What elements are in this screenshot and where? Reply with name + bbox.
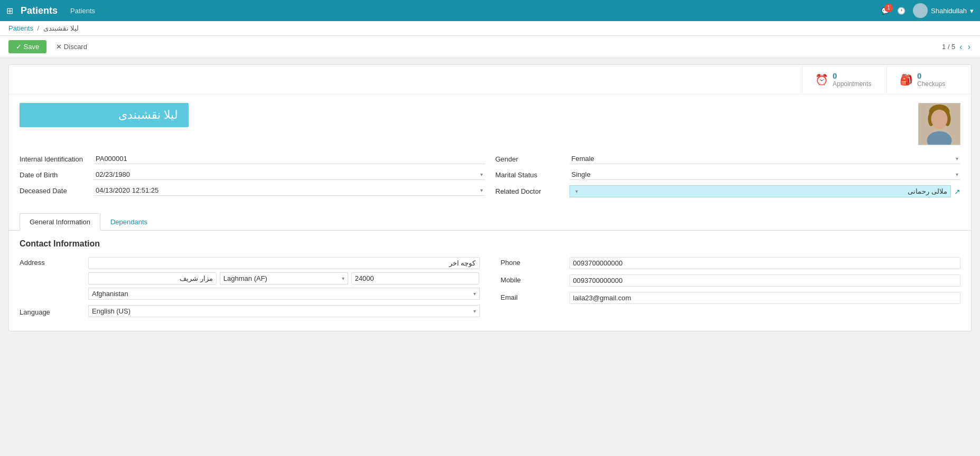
appointments-content: 0 Appointments: [833, 71, 871, 88]
doctor-row: Related Doctor ملالی رحمانی ▾ ↗: [496, 185, 961, 197]
appointments-icon: ⏰: [815, 73, 828, 86]
dob-dropdown-icon: ▾: [480, 172, 483, 177]
chat-badge: 1: [884, 4, 893, 12]
breadcrumb-parent[interactable]: Patients: [8, 24, 33, 32]
svg-point-1: [914, 13, 927, 18]
patient-fields: Internal Identification PA000001 Date of…: [9, 154, 971, 207]
gender-value: Female: [572, 155, 594, 163]
appointments-stat[interactable]: ⏰ 0 Appointments: [802, 65, 886, 94]
checkups-content: 0 Checkups: [917, 71, 945, 88]
top-nav: ⊞ Patients Patients 💬 1 🕐 Shahidullah ▾: [0, 0, 980, 21]
left-fields: Internal Identification PA000001 Date of…: [20, 154, 485, 203]
gender-dropdown-icon: ▾: [956, 156, 958, 162]
patient-header: لیلا نقشبندی: [9, 94, 971, 154]
language-dropdown-icon: ▾: [473, 308, 476, 314]
internal-id-value[interactable]: PA000001: [94, 154, 485, 164]
address-label: Address: [20, 257, 88, 267]
internal-id-row: Internal Identification PA000001: [20, 154, 485, 164]
chat-notification[interactable]: 💬 1: [881, 7, 890, 15]
address-country-value: Afghanistan: [92, 290, 473, 298]
svg-point-7: [931, 110, 947, 128]
marital-label: Marital Status: [496, 171, 570, 179]
language-row: Language English (US) ▾: [20, 305, 480, 317]
patient-name-field[interactable]: لیلا نقشبندی: [20, 103, 189, 127]
deceased-dropdown-icon: ▾: [480, 187, 483, 193]
email-input[interactable]: [570, 292, 961, 304]
checkups-icon: 🎒: [900, 73, 913, 86]
marital-value: Single: [572, 170, 591, 178]
patient-card: ⏰ 0 Appointments 🎒 0 Checkups لیلا نقشبن…: [8, 64, 972, 331]
user-dropdown-icon[interactable]: ▾: [970, 7, 974, 15]
address-fields: Laghman (AF) ▾ Afghanistan ▾: [88, 257, 480, 300]
nav-link-patients[interactable]: Patients: [70, 7, 95, 15]
tab-dependants[interactable]: Dependants: [100, 213, 157, 230]
gender-label: Gender: [496, 155, 570, 163]
internal-id-label: Internal Identification: [20, 155, 94, 163]
address-street-input[interactable]: [88, 257, 480, 269]
checkups-label: Checkups: [917, 80, 945, 88]
address-zip-input[interactable]: [351, 272, 480, 284]
email-label: Email: [501, 292, 570, 301]
appointments-count: 0: [833, 71, 871, 80]
checkups-count: 0: [917, 71, 945, 80]
clock-icon[interactable]: 🕐: [897, 7, 906, 15]
right-icons: 💬 1 🕐 Shahidullah ▾: [881, 3, 974, 18]
deceased-field[interactable]: 04/13/2020 12:51:25 ▾: [94, 185, 485, 196]
doctor-label: Related Doctor: [496, 187, 570, 195]
address-row: Address Laghman (AF) ▾: [20, 257, 480, 300]
action-bar: ✓ Save ✕ Discard 1 / 5 ‹ ›: [0, 36, 980, 58]
stats-row: ⏰ 0 Appointments 🎒 0 Checkups: [9, 65, 971, 94]
discard-button[interactable]: ✕ Discard: [51, 40, 92, 53]
doctor-field[interactable]: ملالی رحمانی ▾: [570, 185, 951, 197]
doctor-external-link-icon[interactable]: ↗: [954, 187, 960, 196]
dob-label: Date of Birth: [20, 171, 94, 179]
breadcrumb-separator: /: [38, 24, 40, 32]
contact-fields: Address Laghman (AF) ▾: [20, 257, 960, 322]
pagination-count: 1 / 5: [942, 43, 955, 51]
address-row-2: Laghman (AF) ▾: [88, 272, 480, 284]
marital-dropdown-icon: ▾: [956, 172, 958, 177]
breadcrumb-current: لیلا نقشبندی: [43, 24, 79, 32]
mobile-label: Mobile: [501, 274, 570, 284]
marital-row: Marital Status Single ▾: [496, 169, 961, 180]
deceased-label: Deceased Date: [20, 187, 94, 195]
address-country-dropdown-icon: ▾: [473, 291, 476, 297]
checkups-stat[interactable]: 🎒 0 Checkups: [886, 65, 971, 94]
deceased-row: Deceased Date 04/13/2020 12:51:25 ▾: [20, 185, 485, 196]
doctor-value: ملالی رحمانی: [908, 187, 947, 195]
phone-label: Phone: [501, 257, 570, 267]
prev-page-button[interactable]: ‹: [958, 41, 963, 53]
next-page-button[interactable]: ›: [967, 41, 972, 53]
gender-field[interactable]: Female ▾: [570, 154, 961, 164]
gender-row: Gender Female ▾: [496, 154, 961, 164]
mobile-input[interactable]: [570, 274, 961, 287]
avatar: [913, 3, 928, 18]
contact-right: Phone Mobile Email: [501, 257, 961, 322]
svg-point-0: [917, 5, 924, 12]
right-fields: Gender Female ▾ Marital Status Single ▾ …: [496, 154, 961, 203]
app-grid-icon[interactable]: ⊞: [6, 6, 13, 16]
dob-row: Date of Birth 02/23/1980 ▾: [20, 169, 485, 180]
deceased-value: 04/13/2020 12:51:25: [96, 186, 158, 194]
phone-input[interactable]: [570, 257, 961, 269]
email-row: Email: [501, 292, 961, 304]
user-info[interactable]: Shahidullah ▾: [913, 3, 974, 18]
tab-general[interactable]: General Information: [20, 213, 100, 231]
mobile-row: Mobile: [501, 274, 961, 287]
address-city-input[interactable]: [88, 272, 217, 284]
phone-row: Phone: [501, 257, 961, 269]
pagination: 1 / 5 ‹ ›: [942, 41, 972, 53]
tabs: General Information Dependants: [9, 213, 971, 231]
breadcrumb: Patients / لیلا نقشبندی: [0, 21, 980, 36]
contact-left: Address Laghman (AF) ▾: [20, 257, 480, 322]
marital-field[interactable]: Single ▾: [570, 169, 961, 180]
language-value: English (US): [92, 307, 473, 315]
doctor-dropdown-icon: ▾: [575, 188, 578, 194]
language-label: Language: [20, 307, 88, 316]
dob-value: 02/23/1980: [96, 170, 130, 178]
patient-photo[interactable]: [918, 103, 960, 145]
user-name: Shahidullah: [931, 7, 967, 15]
save-button[interactable]: ✓ Save: [8, 40, 46, 53]
dob-field[interactable]: 02/23/1980 ▾: [94, 169, 485, 180]
main-content: ⏰ 0 Appointments 🎒 0 Checkups لیلا نقشبن…: [0, 58, 980, 338]
